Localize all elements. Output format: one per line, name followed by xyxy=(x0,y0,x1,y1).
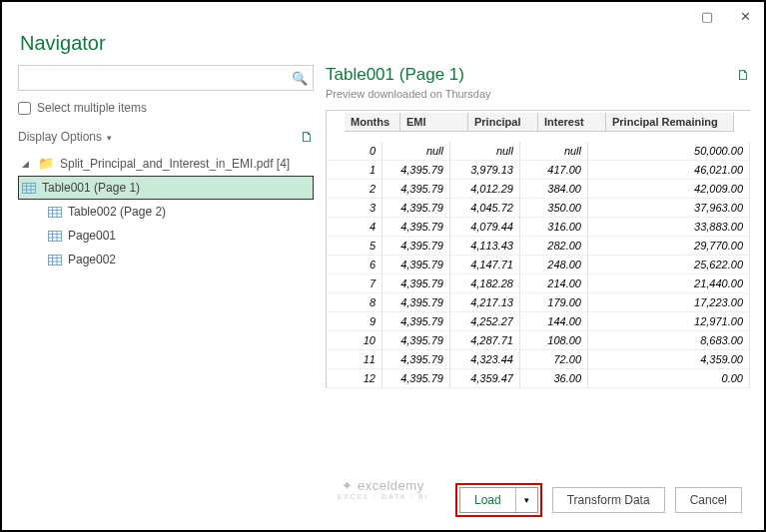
table-row[interactable]: 124,395.794,359.4736.000.00 xyxy=(327,369,750,388)
navigator-panel: 🔍 Select multiple items Display Options … xyxy=(18,65,314,464)
table-cell: 50,000.00 xyxy=(588,142,750,161)
titlebar: ▢ ✕ xyxy=(2,2,764,30)
table-row[interactable]: 64,395.794,147.71248.0025,622.00 xyxy=(327,256,750,274)
table-cell: 4,395.79 xyxy=(383,180,450,199)
tree-item[interactable]: Page002 xyxy=(18,248,314,271)
tree-item[interactable]: Table001 (Page 1) xyxy=(18,176,314,200)
close-button[interactable]: ✕ xyxy=(732,6,758,26)
table-row[interactable]: 104,395.794,287.71108.008,683.00 xyxy=(327,331,750,350)
navigator-tree: ◢ 📁 Split_Principal_and_Interest_in_EMI.… xyxy=(18,151,314,271)
sheet-icon[interactable]: 🗋 xyxy=(736,67,750,83)
table-cell: 37,963.00 xyxy=(588,199,750,218)
display-options-dropdown[interactable]: Display Options ▾ xyxy=(18,130,112,144)
column-header[interactable]: EMI xyxy=(400,113,468,132)
dialog-footer: ✦ exceldemy EXCEL · DATA · BI Load ▾ Tra… xyxy=(2,470,764,530)
table-cell: 10 xyxy=(327,331,383,350)
tree-item-label: Page001 xyxy=(68,229,116,243)
select-multiple-input[interactable] xyxy=(18,102,31,115)
table-cell: 4,395.79 xyxy=(383,274,450,293)
svg-rect-0 xyxy=(23,183,36,193)
table-cell: 4,252.27 xyxy=(450,312,520,331)
table-cell: null xyxy=(383,142,450,161)
search-box[interactable]: 🔍 xyxy=(18,65,314,91)
svg-rect-5 xyxy=(49,207,62,217)
table-cell: 4,182.28 xyxy=(450,274,520,293)
tree-item-label: Table001 (Page 1) xyxy=(42,181,140,195)
table-cell: 4,012.29 xyxy=(450,180,520,199)
table-cell: 214.00 xyxy=(520,274,588,293)
table-row[interactable]: 114,395.794,323.4472.004,359.00 xyxy=(327,350,750,369)
tree-root-label: Split_Principal_and_Interest_in_EMI.pdf … xyxy=(60,157,290,171)
table-cell: 33,883.00 xyxy=(588,218,750,237)
load-dropdown[interactable]: ▾ xyxy=(516,488,537,512)
table-cell: 179.00 xyxy=(520,293,588,312)
table-icon xyxy=(48,207,62,218)
table-cell: 0.00 xyxy=(588,369,750,388)
table-cell: 17,223.00 xyxy=(588,293,750,312)
column-header[interactable]: Interest xyxy=(538,113,606,132)
table-cell: 4,395.79 xyxy=(383,312,450,331)
table-row[interactable]: 74,395.794,182.28214.0021,440.00 xyxy=(327,274,750,293)
search-input[interactable] xyxy=(19,71,287,85)
search-icon[interactable]: 🔍 xyxy=(287,71,313,86)
load-button-highlight: Load ▾ xyxy=(455,483,542,517)
table-row[interactable]: 24,395.794,012.29384.0042,009.00 xyxy=(327,180,750,199)
preview-panel: Table001 (Page 1) Preview downloaded on … xyxy=(326,65,750,464)
table-cell: 4,395.79 xyxy=(383,350,450,369)
table-cell: 384.00 xyxy=(520,180,588,199)
table-cell: 72.00 xyxy=(520,350,588,369)
table-row[interactable]: 84,395.794,217.13179.0017,223.00 xyxy=(327,293,750,312)
table-cell: 4 xyxy=(327,218,383,237)
table-cell: 4,359.47 xyxy=(450,369,520,388)
table-icon xyxy=(48,255,62,266)
tree-item-label: Page002 xyxy=(68,253,116,266)
tree-item[interactable]: Table002 (Page 2) xyxy=(18,200,314,224)
table-cell: 0 xyxy=(327,142,383,161)
table-cell: 417.00 xyxy=(520,161,588,180)
table-cell: 4,395.79 xyxy=(383,161,450,180)
table-cell: 8 xyxy=(327,293,383,312)
collapse-icon[interactable]: ◢ xyxy=(22,159,32,169)
load-button[interactable]: Load xyxy=(460,488,516,512)
table-row[interactable]: 54,395.794,113.43282.0029,770.00 xyxy=(327,237,750,256)
refresh-icon[interactable]: 🗋 xyxy=(300,129,314,145)
watermark-main: exceldemy xyxy=(358,478,424,493)
tree-item[interactable]: Page001 xyxy=(18,224,314,248)
table-row[interactable]: 44,395.794,079.44316.0033,883.00 xyxy=(327,218,750,237)
table-row[interactable]: 34,395.794,045.72350.0037,963.00 xyxy=(327,199,750,218)
maximize-button[interactable]: ▢ xyxy=(694,6,720,26)
cancel-button[interactable]: Cancel xyxy=(675,487,742,513)
table-row[interactable]: 0nullnullnull50,000.00 xyxy=(327,142,750,161)
table-cell: null xyxy=(450,142,520,161)
column-header[interactable]: Principal xyxy=(468,113,538,132)
svg-rect-15 xyxy=(49,255,62,265)
table-cell: 108.00 xyxy=(520,331,588,350)
table-cell: 4,395.79 xyxy=(383,293,450,312)
column-header[interactable]: Principal Remaining xyxy=(606,113,734,132)
table-cell: 1 xyxy=(327,161,383,180)
table-row[interactable]: 94,395.794,252.27144.0012,971.00 xyxy=(327,312,750,331)
table-cell: 248.00 xyxy=(520,256,588,274)
tree-root-node[interactable]: ◢ 📁 Split_Principal_and_Interest_in_EMI.… xyxy=(18,151,314,176)
table-cell: 36.00 xyxy=(520,369,588,388)
table-cell: 4,359.00 xyxy=(588,350,750,369)
table-cell: 4,395.79 xyxy=(383,237,450,256)
preview-title: Table001 (Page 1) xyxy=(326,65,491,85)
table-cell: null xyxy=(520,142,588,161)
table-row[interactable]: 14,395.793,979.13417.0046,021.00 xyxy=(327,161,750,180)
table-cell: 350.00 xyxy=(520,199,588,218)
table-cell: 4,395.79 xyxy=(383,369,450,388)
load-split-button[interactable]: Load ▾ xyxy=(459,487,538,513)
table-cell: 4,147.71 xyxy=(450,256,520,274)
table-icon xyxy=(22,183,36,194)
table-cell: 2 xyxy=(327,180,383,199)
table-cell: 3,979.13 xyxy=(450,161,520,180)
table-cell: 7 xyxy=(327,274,383,293)
select-multiple-checkbox[interactable]: Select multiple items xyxy=(18,101,314,115)
preview-subtitle: Preview downloaded on Thursday xyxy=(326,88,491,100)
table-cell: 144.00 xyxy=(520,312,588,331)
table-cell: 3 xyxy=(327,199,383,218)
column-header[interactable]: Months xyxy=(345,113,400,132)
table-cell: 4,113.43 xyxy=(450,237,520,256)
transform-data-button[interactable]: Transform Data xyxy=(552,487,665,513)
